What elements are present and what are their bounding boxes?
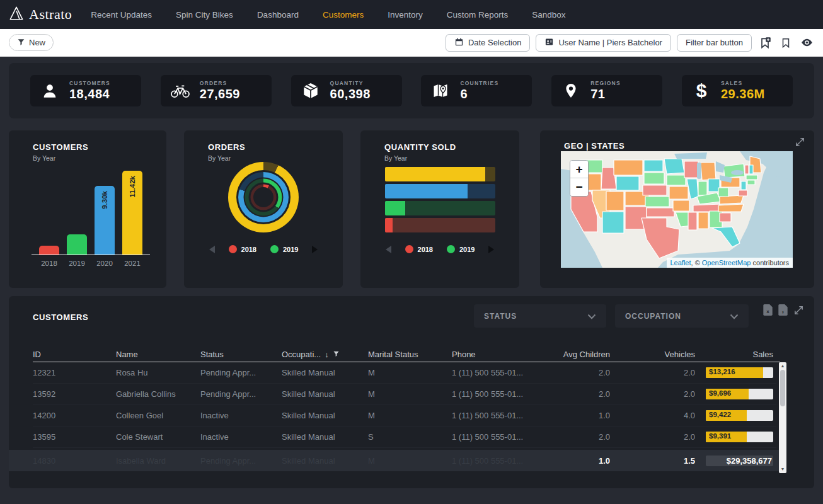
nav-item-customers[interactable]: Customers [323,10,364,20]
sales-bar: $13,216 [706,367,773,378]
legend-prev-arrow[interactable] [386,246,391,253]
cell-sales: $9,422 [695,410,773,421]
cell-vehicles: 2.0 [610,368,695,377]
quantity-bar-fill [385,184,468,198]
export-csv-icon[interactable]: , [778,304,788,316]
column-filter-icon[interactable] [333,350,340,359]
bar-2020[interactable]: 9.30k [95,186,115,255]
nav-menu: Recent UpdatesSpin City BikesDashboardCu… [91,10,589,20]
cell-status: Pending Appr... [200,368,282,377]
legend-item-2019: 2019 [270,245,298,253]
bookmark-add-icon[interactable] [757,35,773,50]
expand-icon[interactable] [793,305,804,316]
quantity-bar-2020[interactable] [385,184,495,198]
openstreetmap-link[interactable]: OpenStreetMap [702,259,751,266]
column-header-phone[interactable]: Phone [452,350,548,359]
zoom-in-button[interactable]: + [570,161,588,178]
expand-icon[interactable] [795,137,805,150]
nav-item-dashboard[interactable]: Dashboard [257,10,299,20]
column-header-vehicles[interactable]: Vehicles [610,350,695,359]
hbar-chart [385,167,495,235]
column-header-avg-children[interactable]: Avg Children [548,350,610,359]
scroll-up-arrow[interactable]: ▲ [781,362,785,370]
customers-table-card: CUSTOMERS STATUS OCCUPATION x , [9,296,814,488]
scrollbar-thumb[interactable] [780,370,785,406]
nav-item-sandbox[interactable]: Sandbox [532,10,565,20]
leaflet-map[interactable]: + − Leaflet, © OpenStreetMap contributor… [561,151,793,268]
cell-phone: 1 (11) 500 555-01... [452,411,548,420]
quantity-bar-fill [385,218,393,232]
quantity-bar-2018[interactable] [385,218,495,232]
sales-value: $9,422 [709,411,731,418]
astrato-logo[interactable]: Astrato [9,6,72,23]
table-header-row: IDNameStatusOccupati...↓Marital StatusPh… [33,346,776,362]
quantity-bar-2021[interactable] [385,167,495,181]
cell-occupation: Skilled Manual [282,389,368,399]
column-header-label: Occupati... [282,350,321,359]
kpi-text: COUNTRIES6 [460,80,498,101]
cell-marital: M [368,411,452,420]
card-title: CUSTOMERS [33,142,88,152]
ghost-occupation: Skilled Manual [282,456,368,466]
quantity-bar-fill [385,167,485,181]
cell-marital: M [368,368,452,377]
quantity-bar-2019[interactable] [385,201,495,215]
cell-children: 2.0 [548,368,610,377]
column-header-occupati[interactable]: Occupati...↓ [282,350,368,359]
customers-by-year-card: CUSTOMERS By Year 9.30k11.42k 2018201920… [9,130,166,288]
bar-2018[interactable] [39,246,59,255]
x-axis-label-2021: 2021 [124,260,141,267]
legend-dot [270,245,279,253]
leaflet-link[interactable]: Leaflet [670,259,691,266]
kpi-card-customers: CUSTOMERS18,484 [30,75,141,106]
legend-next-arrow[interactable] [312,246,318,253]
column-header-marital-status[interactable]: Marital Status [368,350,452,359]
kpi-value: 29.36M [721,87,765,101]
cell-marital: S [368,432,452,442]
bar-value-label: 11.42k [129,176,136,198]
user-name-button[interactable]: User Name | Piers Batchelor [536,34,671,52]
column-header-status[interactable]: Status [200,350,282,359]
bar-2021[interactable]: 11.42k [122,171,142,255]
table-row[interactable]: 14200Colleen GoelInactiveSkilled ManualM… [33,405,776,427]
cell-id: 12321 [33,368,116,377]
nav-item-spin-city-bikes[interactable]: Spin City Bikes [176,10,233,20]
scroll-down-arrow[interactable]: ▼ [781,466,785,473]
bicycle-icon [168,82,192,100]
card-header: GEO | STATES [564,141,624,151]
new-button-label: New [29,38,45,47]
occupation-filter-dropdown[interactable]: OCCUPATION [615,304,749,328]
kpi-text: SALES29.36M [721,80,765,101]
table-row[interactable]: 13592Gabriella CollinsPending Appr...Ski… [33,384,776,405]
ghost-phone: 1 (11) 500 555-01... [452,456,548,466]
table-row[interactable]: 13595Cole StewartInactiveSkilled ManualS… [33,427,776,448]
column-header-name[interactable]: Name [116,350,200,359]
table-row[interactable]: 12321Rosa HuPending Appr...Skilled Manua… [33,362,776,384]
filter-bar-button[interactable]: Filter bar button [677,34,752,52]
cell-sales: $13,216 [695,367,773,378]
card-header: ORDERS By Year [208,142,245,162]
sort-desc-icon[interactable]: ↓ [325,350,329,359]
nav-item-recent-updates[interactable]: Recent Updates [91,10,152,20]
new-filter-button[interactable]: New [9,34,54,51]
legend-prev-arrow[interactable] [209,246,215,253]
bookmark-icon[interactable] [778,35,793,50]
eye-icon[interactable] [799,35,814,50]
nav-item-inventory[interactable]: Inventory [388,10,423,20]
column-header-id[interactable]: ID [33,350,116,359]
legend-next-arrow[interactable] [488,246,494,253]
status-filter-dropdown[interactable]: STATUS [474,304,606,328]
kpi-card-orders: ORDERS27,659 [161,75,272,106]
dollar-icon: $ [689,81,713,100]
date-selection-button[interactable]: Date Selection [446,34,531,52]
donut-chart[interactable] [228,162,299,232]
export-excel-icon[interactable]: x [763,304,773,316]
kpi-text: ORDERS27,659 [200,80,240,101]
cell-name: Colleen Goel [116,411,200,420]
nav-item-custom-reports[interactable]: Custom Reports [447,10,509,20]
zoom-out-button[interactable]: − [570,178,588,196]
column-header-sales[interactable]: Sales [695,350,773,359]
bar-2019[interactable] [67,234,87,255]
user-name-label: User Name | Piers Batchelor [558,38,662,47]
card-header: CUSTOMERS By Year [33,142,88,162]
